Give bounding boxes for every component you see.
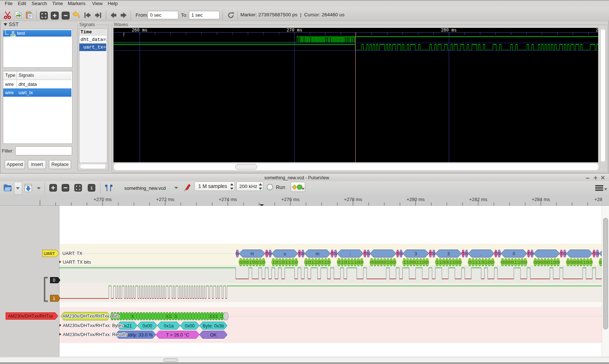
svg-text:0: 0	[501, 260, 504, 264]
svg-text:0: 0	[459, 260, 461, 264]
svg-text:T: T	[593, 251, 595, 256]
svg-text:1: 1	[311, 260, 314, 264]
svg-text:0x00: 0x00	[142, 323, 152, 329]
svg-text:0x1a: 0x1a	[164, 323, 174, 329]
svg-text:0: 0	[544, 260, 546, 264]
svg-text:1: 1	[285, 260, 287, 264]
svg-text:1: 1	[403, 260, 405, 264]
svg-text:1: 1	[419, 260, 422, 264]
svg-text:S: S	[596, 251, 598, 256]
svg-text:m: m	[316, 251, 319, 256]
svg-text:260 ms: 260 ms	[132, 28, 147, 33]
svg-text:0: 0	[295, 260, 297, 264]
svg-text:0: 0	[361, 260, 363, 264]
svg-text:S: S	[465, 251, 468, 256]
svg-text:0: 0	[570, 260, 572, 264]
svg-text:1: 1	[406, 260, 409, 264]
svg-text:0: 0	[482, 260, 484, 264]
svg-text:AM230x/DHTxx/RHTxx: Results: AM230x/DHTxx/RHTxx: Results	[63, 332, 127, 337]
svg-text:0: 0	[374, 260, 376, 264]
svg-text:S: S	[432, 251, 435, 256]
svg-text:T: T	[265, 251, 268, 256]
svg-text:.: .	[481, 251, 482, 256]
svg-text:1: 1	[449, 260, 451, 264]
svg-text:T: T	[560, 251, 563, 256]
svg-text:1: 1	[272, 260, 274, 264]
svg-text:0: 0	[577, 260, 579, 264]
svg-text:S: S	[269, 251, 271, 256]
svg-text:0: 0	[53, 278, 55, 283]
svg-text:1: 1	[341, 260, 343, 264]
svg-text:0: 0	[390, 260, 392, 264]
svg-text:1: 1	[436, 260, 438, 264]
svg-text:0: 0	[521, 260, 523, 264]
svg-text:0: 0	[505, 260, 507, 264]
svg-text:0: 0	[557, 260, 559, 264]
svg-text:0: 0	[246, 260, 248, 264]
svg-text:S: S	[498, 251, 501, 256]
svg-text:0: 0	[262, 260, 265, 264]
svg-text:1: 1	[315, 260, 317, 264]
svg-text:S: S	[302, 251, 304, 256]
svg-text:0x21: 0x21	[122, 323, 132, 329]
svg-text:0: 0	[380, 260, 382, 264]
svg-text:T: T	[364, 251, 366, 256]
svg-text:0: 0	[443, 260, 445, 264]
svg-text:0: 0	[600, 260, 602, 264]
svg-text:1: 1	[169, 314, 171, 318]
svg-text:0: 0	[384, 260, 386, 264]
svg-text:0: 0	[328, 260, 330, 264]
svg-text:1: 1	[259, 260, 261, 264]
svg-text:1: 1	[212, 314, 215, 318]
svg-text:1: 1	[292, 260, 294, 264]
svg-text:AM230x/DHTxx/RHTxx: Bytes: AM230x/DHTxx/RHTxx: Bytes	[63, 323, 123, 328]
svg-text:1: 1	[210, 314, 212, 318]
svg-text:0: 0	[410, 260, 412, 264]
svg-text:1: 1	[166, 314, 168, 318]
svg-text:0: 0	[446, 260, 448, 264]
svg-text:0: 0	[344, 260, 347, 264]
svg-text:0: 0	[393, 260, 395, 264]
svg-text:1: 1	[452, 260, 455, 264]
svg-text:1: 1	[416, 260, 418, 264]
svg-text:1: 1	[348, 260, 350, 264]
svg-text:0: 0	[338, 260, 340, 264]
svg-text:290 ms: 290 ms	[596, 28, 598, 33]
svg-text:UART: TX bits: UART: TX bits	[63, 260, 91, 265]
svg-text:S: S	[367, 251, 369, 256]
svg-text:0: 0	[357, 260, 360, 264]
svg-text:S: S	[563, 251, 566, 256]
svg-text:3: 3	[447, 251, 450, 256]
svg-text:1: 1	[439, 260, 442, 264]
svg-text:UART: TX: UART: TX	[62, 251, 83, 256]
svg-text:0: 0	[308, 260, 311, 264]
svg-text:0: 0	[377, 260, 379, 264]
svg-text:S: S	[400, 251, 402, 256]
svg-text:0: 0	[554, 260, 556, 264]
svg-text:0: 0	[469, 260, 471, 264]
svg-text:0: 0	[547, 260, 550, 264]
svg-text:1: 1	[324, 260, 327, 264]
svg-text:0: 0	[456, 260, 458, 264]
svg-text:0: 0	[524, 260, 526, 264]
svg-text:0: 0	[318, 260, 320, 264]
svg-text:1: 1	[305, 260, 307, 264]
svg-text:Byte: 0x3b: Byte: 0x3b	[203, 323, 224, 329]
svg-text:0: 0	[282, 260, 284, 264]
svg-text:T: T	[298, 251, 301, 256]
svg-text:T = 26.0 °C: T = 26.0 °C	[166, 332, 189, 338]
svg-text:1: 1	[472, 260, 474, 264]
svg-text:0: 0	[511, 260, 513, 264]
svg-text:3: 3	[414, 251, 417, 256]
svg-text:1: 1	[321, 260, 323, 264]
svg-text:H: H	[250, 251, 254, 256]
svg-text:1: 1	[289, 260, 291, 264]
svg-text:OK: OK	[210, 332, 217, 338]
svg-text:S: S	[531, 251, 533, 256]
svg-text:0: 0	[587, 260, 589, 264]
svg-text:S: S	[236, 251, 239, 256]
svg-text:0: 0	[256, 260, 258, 264]
svg-text:1: 1	[583, 260, 585, 264]
svg-text:S: S	[334, 251, 337, 256]
svg-text:0x00: 0x00	[185, 323, 195, 329]
